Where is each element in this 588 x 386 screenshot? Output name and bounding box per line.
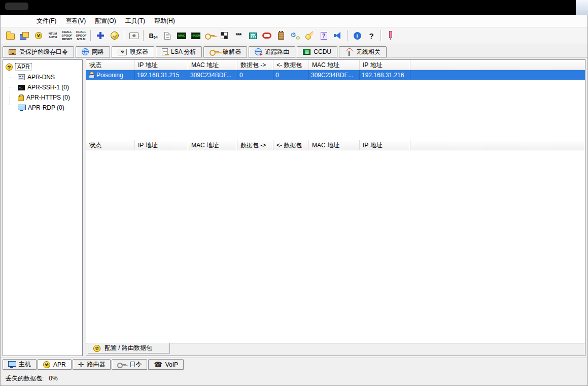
- table-header-row: 状态IP 地址MAC 地址数据包 -><- 数据包MAC 地址IP 地址: [86, 140, 585, 150]
- chall-spoof-reset-button[interactable]: CHALLSPOOFRESET: [60, 28, 74, 43]
- help-button[interactable]: [364, 28, 378, 43]
- rsa-token-calc-button[interactable]: [203, 28, 217, 43]
- toolbar-separator: [381, 30, 382, 41]
- monitor-icon: [8, 361, 16, 368]
- tab-sniffer[interactable]: 嗅探器: [112, 46, 154, 57]
- status-value: 0%: [49, 375, 57, 382]
- column-header-6[interactable]: IP 地址: [360, 140, 410, 150]
- statusbar: 丢失的数据包: 0%: [1, 371, 587, 385]
- wireless-zapper-button[interactable]: [302, 28, 317, 43]
- tree-item-ssh1[interactable]: APR-SSH-1 (0): [10, 82, 82, 92]
- cell-text: 309C234BDE...: [311, 72, 353, 79]
- column-header-3[interactable]: 数据包 ->: [237, 60, 273, 70]
- bottom-tab-voip[interactable]: VoIP: [148, 359, 184, 370]
- dns-icon: [18, 74, 25, 80]
- tab-cracker[interactable]: 破解器: [203, 46, 247, 57]
- cell-3: 0: [237, 70, 273, 80]
- start-stop-sniffer-button[interactable]: [127, 28, 141, 43]
- checksum-button[interactable]: [217, 28, 231, 43]
- icon-text-line: SPOOF: [76, 34, 86, 38]
- column-header-4[interactable]: <- 数据包: [273, 140, 309, 150]
- tab-wireless[interactable]: 无线相关: [339, 46, 387, 57]
- column-header-4[interactable]: <- 数据包: [273, 60, 309, 70]
- bottom-tab-routing[interactable]: 路由器: [73, 359, 111, 370]
- tab-traceroute[interactable]: 追踪路由: [249, 46, 295, 57]
- chall-spoof-ntlm-button[interactable]: CHALLSPOOFNTLM: [74, 28, 88, 43]
- hash-dump-button[interactable]: HASH: [189, 28, 203, 43]
- base-converter-button[interactable]: [246, 28, 260, 43]
- start-stop-apr-button[interactable]: [108, 28, 122, 43]
- bottom-tab-hosts[interactable]: 主机: [3, 359, 37, 370]
- injector-button[interactable]: [384, 28, 398, 43]
- menu-tools[interactable]: 工具(T): [121, 15, 150, 27]
- export-icon: [20, 32, 29, 39]
- menu-help[interactable]: 帮助(H): [150, 15, 180, 27]
- base64-decoder-button[interactable]: [146, 28, 160, 43]
- menu-file[interactable]: 文件(F): [32, 15, 61, 27]
- info-button[interactable]: [350, 28, 364, 43]
- sheet-tab-config-routing[interactable]: 配置 / 路由数据包: [88, 343, 170, 353]
- tree-item-dns[interactable]: APR-DNS: [10, 72, 82, 82]
- tab-label: 嗅探器: [130, 48, 148, 56]
- tab-protected-storage[interactable]: 受保护的缓存口令: [3, 46, 74, 57]
- column-header-3[interactable]: 数据包 ->: [237, 140, 273, 150]
- tab-network[interactable]: 网络: [76, 46, 110, 57]
- traceglobe-icon: [255, 48, 262, 55]
- tab-label: 追踪路由: [265, 48, 289, 56]
- base-converter-icon: [249, 33, 257, 39]
- ntlm-auth-icon: NTLMAUTH: [46, 32, 60, 39]
- apr-lower-table: 状态IP 地址MAC 地址数据包 -><- 数据包MAC 地址IP 地址: [86, 140, 585, 343]
- window-frame: 文件(F)查看(V)配置(O)工具(T)帮助(H) NTLMAUTHCHALLS…: [0, 15, 588, 386]
- bottom-tab-apr[interactable]: APR: [38, 359, 72, 370]
- cisco-decoder-button[interactable]: [260, 28, 274, 43]
- checksum-icon: [221, 32, 228, 39]
- tab-lsa[interactable]: LSA 分析: [156, 46, 202, 57]
- icon-text-line: SPOOF: [61, 34, 72, 38]
- monitor-icon: [18, 105, 25, 111]
- chall-spoof-ntlm-icon: CHALLSPOOFNTLM: [75, 30, 88, 41]
- column-header-filler: [410, 60, 585, 70]
- open-file-button[interactable]: [3, 28, 17, 43]
- bottom-tabbar: 主机APR路由器口令VoIP: [1, 358, 587, 371]
- tree-item-label: APR-RDP (0): [28, 104, 64, 111]
- ntlm-auth-button[interactable]: NTLMAUTH: [46, 28, 60, 43]
- column-header-2[interactable]: MAC 地址: [188, 140, 237, 150]
- query-icon: [321, 32, 327, 40]
- column-header-0[interactable]: 状态: [86, 140, 135, 150]
- hash-calculator-button[interactable]: [231, 28, 246, 43]
- tree-item-rdp[interactable]: APR-RDP (0): [10, 103, 82, 113]
- query-button[interactable]: [317, 28, 331, 43]
- table-body: Poisoning192.168.31.215309C234BDF...0030…: [86, 70, 585, 140]
- tree-item-label: APR-HTTPS (0): [26, 94, 70, 101]
- column-header-5[interactable]: MAC 地址: [309, 60, 360, 70]
- column-header-2[interactable]: MAC 地址: [188, 60, 237, 70]
- titlebar[interactable]: [0, 0, 588, 15]
- add-to-list-button[interactable]: [93, 28, 108, 43]
- poison-radiation-button[interactable]: [31, 28, 46, 43]
- remote-services-tower-button[interactable]: [274, 28, 288, 43]
- export-button[interactable]: [17, 28, 31, 43]
- column-header-1[interactable]: IP 地址: [135, 60, 188, 70]
- tab-ccdu[interactable]: CCDU: [297, 46, 337, 57]
- app-window: 文件(F)查看(V)配置(O)工具(T)帮助(H) NTLMAUTHCHALLS…: [0, 0, 588, 386]
- table-row[interactable]: Poisoning192.168.31.215309C234BDF...0030…: [86, 70, 585, 80]
- menu-configure[interactable]: 配置(O): [90, 15, 120, 27]
- column-header-0[interactable]: 状态: [86, 60, 135, 70]
- column-header-1[interactable]: IP 地址: [135, 140, 188, 150]
- icon-text-line: CHALL: [62, 30, 72, 34]
- notes-button[interactable]: [160, 28, 175, 43]
- column-header-5[interactable]: MAC 地址: [309, 140, 360, 150]
- mac-scanner-button[interactable]: MAC: [175, 28, 189, 43]
- tab-label: APR: [53, 361, 66, 368]
- tab-label: 主机: [19, 360, 31, 369]
- column-header-6[interactable]: IP 地址: [360, 60, 410, 70]
- services-gears-button[interactable]: [288, 28, 302, 43]
- broadcast-button[interactable]: [331, 28, 345, 43]
- menu-view[interactable]: 查看(V): [61, 15, 90, 27]
- bottom-tab-passwords[interactable]: 口令: [112, 359, 147, 370]
- icon-text-line: NTLM: [77, 38, 86, 41]
- tree-item-https[interactable]: APR-HTTPS (0): [10, 92, 82, 103]
- apr-tree-panel: APRAPR-DNSAPR-SSH-1 (0)APR-HTTPS (0)APR-…: [3, 59, 83, 356]
- toolbar-separator: [124, 30, 125, 41]
- tree-root-apr[interactable]: APR: [4, 62, 82, 72]
